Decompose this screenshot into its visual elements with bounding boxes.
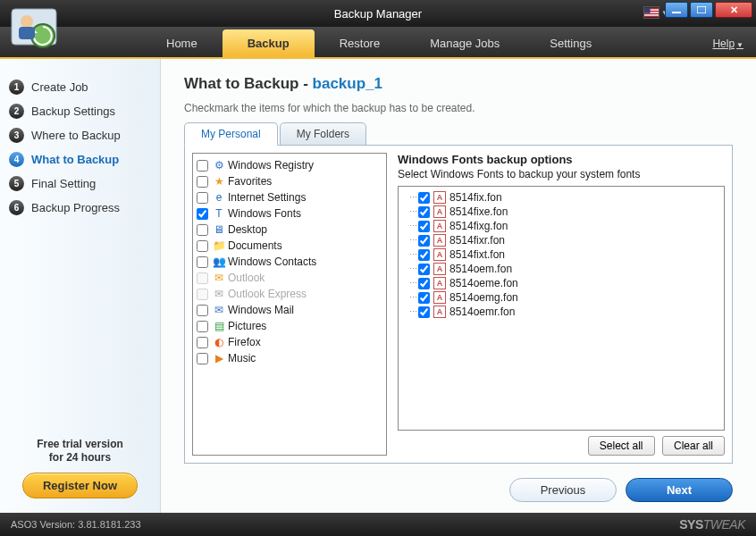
status-bar: ASO3 Version: 3.81.8181.233 SYSTWEAK bbox=[0, 513, 756, 536]
font-name: 8514fixe.fon bbox=[449, 205, 508, 218]
detail-title: Windows Fonts backup options bbox=[398, 153, 725, 166]
font-name: 8514fixt.fon bbox=[449, 248, 505, 261]
step-6[interactable]: 6Backup Progress bbox=[5, 196, 155, 220]
sidebar: 1Create Job2Backup Settings3Where to Bac… bbox=[0, 59, 161, 513]
nav-tab-backup[interactable]: Backup bbox=[223, 29, 315, 57]
nav-tab-manage-jobs[interactable]: Manage Jobs bbox=[405, 29, 525, 57]
font-row[interactable]: ⋯A8514fix.fon bbox=[402, 190, 720, 205]
detail-pane: Windows Fonts backup options Select Wind… bbox=[398, 153, 725, 456]
tree-checkbox[interactable] bbox=[197, 337, 208, 348]
tree-checkbox[interactable] bbox=[197, 353, 208, 364]
outlook-icon: ✉ bbox=[212, 271, 226, 285]
tree-item-desktop[interactable]: 🖥Desktop bbox=[195, 222, 384, 238]
job-name: backup_1 bbox=[313, 75, 382, 92]
step-5[interactable]: 5Final Setting bbox=[5, 172, 155, 196]
desktop-icon: 🖥 bbox=[212, 222, 226, 237]
font-checkbox[interactable] bbox=[418, 221, 430, 232]
folder-icon: 📁 bbox=[212, 239, 226, 253]
step-number-icon: 2 bbox=[9, 104, 24, 119]
font-name: 8514fixg.fon bbox=[449, 220, 508, 232]
next-button[interactable]: Next bbox=[626, 478, 733, 502]
tree-checkbox[interactable] bbox=[197, 160, 208, 172]
step-number-icon: 3 bbox=[9, 128, 24, 143]
star-icon: ★ bbox=[212, 174, 226, 188]
select-all-button[interactable]: Select all bbox=[588, 436, 655, 456]
tree-checkbox[interactable] bbox=[197, 176, 208, 188]
previous-button[interactable]: Previous bbox=[509, 478, 617, 502]
font-checkbox[interactable] bbox=[418, 306, 430, 318]
tree-checkbox[interactable] bbox=[197, 305, 208, 316]
font-checkbox[interactable] bbox=[418, 235, 430, 247]
window-title: Backup Manager bbox=[334, 7, 422, 21]
font-row[interactable]: ⋯A8514oemg.fon bbox=[402, 290, 720, 305]
version-text: ASO3 Version: 3.81.8181.233 bbox=[11, 519, 141, 530]
font-checkbox[interactable] bbox=[418, 249, 430, 261]
tree-checkbox[interactable] bbox=[197, 321, 208, 332]
step-4[interactable]: 4What to Backup bbox=[5, 147, 155, 172]
tree-checkbox[interactable] bbox=[197, 192, 208, 204]
font-row[interactable]: ⋯A8514fixe.fon bbox=[402, 205, 720, 219]
tree-item-outlook-express: ✉Outlook Express bbox=[195, 286, 384, 302]
tree-connector-icon: ⋯ bbox=[409, 222, 415, 230]
nav-bar: HomeBackupRestoreManage JobsSettings Hel… bbox=[0, 27, 756, 59]
tree-item-favorites[interactable]: ★Favorites bbox=[195, 173, 384, 189]
tree-checkbox[interactable] bbox=[197, 256, 208, 268]
register-button[interactable]: Register Now bbox=[22, 473, 138, 498]
step-3[interactable]: 3Where to Backup bbox=[5, 123, 155, 147]
font-row[interactable]: ⋯A8514oeme.fon bbox=[402, 276, 720, 290]
font-row[interactable]: ⋯A8514fixr.fon bbox=[402, 233, 720, 247]
font-name: 8514oeme.fon bbox=[449, 277, 518, 289]
tree-item-windows-contacts[interactable]: 👥Windows Contacts bbox=[195, 254, 384, 270]
close-button[interactable]: ✕ bbox=[715, 2, 752, 18]
tree-label: Windows Mail bbox=[228, 304, 294, 316]
minimize-button[interactable] bbox=[665, 2, 688, 18]
maximize-button[interactable] bbox=[690, 2, 713, 18]
category-tree[interactable]: ⚙Windows Registry★FavoriteseInternet Set… bbox=[192, 153, 387, 456]
tree-connector-icon: ⋯ bbox=[409, 207, 415, 216]
font-name: 8514oem.fon bbox=[449, 263, 512, 275]
tree-item-internet-settings[interactable]: eInternet Settings bbox=[195, 189, 384, 205]
font-file-icon: A bbox=[433, 277, 446, 289]
tree-item-windows-mail[interactable]: ✉Windows Mail bbox=[195, 302, 384, 318]
firefox-icon: ◐ bbox=[212, 335, 226, 349]
font-list[interactable]: ⋯A8514fix.fon⋯A8514fixe.fon⋯A8514fixg.fo… bbox=[398, 186, 725, 431]
tree-item-documents[interactable]: 📁Documents bbox=[195, 238, 384, 254]
tree-item-music[interactable]: ▶Music bbox=[195, 350, 384, 366]
font-checkbox[interactable] bbox=[418, 292, 430, 304]
music-icon: ▶ bbox=[212, 351, 226, 365]
page-title: What to Backup - backup_1 bbox=[184, 75, 733, 93]
font-name: 8514fix.fon bbox=[449, 191, 502, 204]
step-1[interactable]: 1Create Job bbox=[5, 75, 155, 99]
source-tab-my-personal[interactable]: My Personal bbox=[184, 122, 278, 146]
tree-item-firefox[interactable]: ◐Firefox bbox=[195, 334, 384, 350]
step-label: Backup Progress bbox=[31, 201, 120, 214]
font-row[interactable]: ⋯A8514fixg.fon bbox=[402, 219, 720, 233]
font-checkbox[interactable] bbox=[418, 264, 430, 275]
tree-item-windows-registry[interactable]: ⚙Windows Registry bbox=[195, 157, 384, 173]
font-checkbox[interactable] bbox=[418, 192, 430, 204]
font-row[interactable]: ⋯A8514fixt.fon bbox=[402, 247, 720, 262]
tree-label: Pictures bbox=[228, 320, 266, 332]
font-checkbox[interactable] bbox=[418, 278, 430, 289]
tree-checkbox[interactable] bbox=[197, 240, 208, 252]
nav-tab-restore[interactable]: Restore bbox=[315, 29, 406, 57]
clear-all-button[interactable]: Clear all bbox=[662, 436, 725, 456]
font-name: 8514oemr.fon bbox=[449, 306, 515, 318]
tree-item-pictures[interactable]: ▤Pictures bbox=[195, 318, 384, 334]
source-tab-my-folders[interactable]: My Folders bbox=[280, 122, 366, 146]
font-checkbox[interactable] bbox=[418, 206, 430, 218]
font-row[interactable]: ⋯A8514oem.fon bbox=[402, 262, 720, 276]
tree-checkbox[interactable] bbox=[197, 224, 208, 236]
nav-tab-home[interactable]: Home bbox=[141, 29, 223, 57]
window-buttons: ✕ bbox=[665, 2, 752, 18]
help-link[interactable]: Help▼ bbox=[712, 38, 743, 50]
tree-connector-icon: ⋯ bbox=[409, 307, 415, 316]
font-row[interactable]: ⋯A8514oemr.fon bbox=[402, 305, 720, 319]
tree-checkbox[interactable] bbox=[197, 208, 208, 220]
step-2[interactable]: 2Backup Settings bbox=[5, 99, 155, 123]
detail-subtitle: Select Windows Fonts to backup your syst… bbox=[398, 168, 725, 180]
nav-tab-settings[interactable]: Settings bbox=[525, 29, 617, 57]
brand-logo: SYSTWEAK bbox=[679, 517, 745, 532]
tree-label: Windows Registry bbox=[228, 159, 314, 172]
tree-item-windows-fonts[interactable]: TWindows Fonts bbox=[195, 205, 384, 222]
